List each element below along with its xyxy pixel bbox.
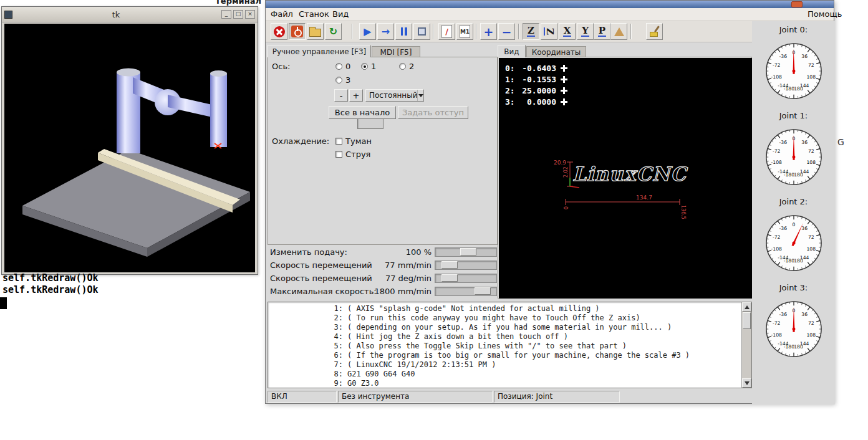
- jog-mode-select[interactable]: Постоянный: [365, 89, 424, 102]
- axis-radio-2-label[interactable]: 2: [409, 62, 414, 71]
- svg-text:180: 180: [794, 344, 803, 350]
- gcode-line[interactable]: 5:( Also press the Toggle Skip Lines wit…: [268, 342, 741, 351]
- gcode-line[interactable]: 9:G0 Z3.0: [268, 379, 741, 388]
- view-z-button[interactable]: Z: [523, 23, 539, 40]
- stop-button[interactable]: [413, 23, 430, 40]
- axis-radio-0-label[interactable]: 0: [345, 62, 350, 71]
- slider-label: Изменить подачу:: [270, 247, 347, 257]
- axis-radio-3-label[interactable]: 3: [345, 75, 350, 85]
- toolbar-separator: [630, 24, 632, 39]
- gcode-line-number: 8:: [268, 370, 343, 379]
- gcode-line[interactable]: 2:( To run this code anyway you might ha…: [268, 313, 741, 323]
- scroll-down-button[interactable]: [742, 378, 751, 388]
- pause-button[interactable]: [395, 23, 412, 40]
- flood-checkbox-label[interactable]: Струя: [345, 150, 370, 159]
- jog-minus-button[interactable]: -: [334, 89, 348, 102]
- slider-thumb[interactable]: [475, 287, 491, 295]
- tk-window-title: tk: [12, 10, 219, 19]
- touch-off-button[interactable]: Задать отступ: [398, 106, 468, 119]
- broom-icon: [649, 26, 661, 38]
- view-x-button[interactable]: X: [559, 23, 576, 40]
- svg-text:180: 180: [794, 258, 803, 264]
- slider-value: 77 deg/min: [361, 274, 432, 283]
- gcode-line-number: 2:: [268, 313, 343, 323]
- close-button[interactable]: ×: [245, 10, 255, 19]
- preview-panel: 0:-0.64031:-0.15532:25.00003:0.0000 Linu…: [498, 57, 752, 299]
- zoom-out-button[interactable]: −: [498, 23, 515, 40]
- menu-view[interactable]: Вид: [332, 9, 349, 19]
- tab-dro[interactable]: Координаты: [526, 46, 586, 57]
- dim-x-min: 0: [562, 206, 568, 209]
- gcode-line[interactable]: 6:( If the program is too big or small f…: [268, 351, 741, 360]
- svg-text:-108: -108: [771, 246, 782, 252]
- axis-radio-1-label[interactable]: 1: [371, 62, 376, 71]
- minimize-button[interactable]: _: [221, 10, 231, 19]
- gcode-line-text: ( If the program is too big or small for…: [347, 351, 690, 360]
- scrollbar-thumb[interactable]: [743, 312, 751, 329]
- vismach-3d-view[interactable]: [4, 24, 255, 272]
- menu-file[interactable]: Файл: [271, 9, 293, 19]
- mist-checkbox[interactable]: [335, 138, 342, 145]
- desktop: Терминал tk _ □ ×: [0, 0, 868, 440]
- scroll-up-button[interactable]: [742, 302, 751, 312]
- gcode-line[interactable]: 3:( depending on your setup. As if you h…: [268, 323, 741, 332]
- gcode-lines: 1:( AXIS "splash g-code" Not intended fo…: [268, 304, 741, 388]
- reload-button[interactable]: ↻: [325, 23, 342, 40]
- slider-thumb[interactable]: [441, 261, 458, 269]
- gcode-line[interactable]: 8:G21 G90 G64 G40: [268, 370, 741, 379]
- axis-label: Ось:: [272, 62, 290, 71]
- slider-row: Изменить подачу:100 %: [268, 246, 498, 259]
- tab-manual-control[interactable]: Ручное управление [F3]: [268, 45, 371, 57]
- open-file-button[interactable]: [307, 23, 324, 40]
- tab-mdi[interactable]: MDI [F5]: [372, 46, 420, 57]
- axis-radio-3[interactable]: [335, 77, 342, 84]
- axis-radio-1[interactable]: [361, 63, 368, 70]
- clear-plot-button[interactable]: [646, 23, 663, 40]
- gcode-line[interactable]: 4:( Hint jog the Z axis down a bit then …: [268, 332, 741, 342]
- mist-checkbox-label[interactable]: Туман: [345, 136, 372, 146]
- axis-radio-0[interactable]: [335, 63, 342, 70]
- gcode-line[interactable]: 1:( AXIS "splash g-code" Not intended fo…: [268, 304, 741, 313]
- slider[interactable]: [435, 247, 497, 257]
- gcode-line-number: 1:: [268, 304, 343, 313]
- run-button[interactable]: ▶: [359, 23, 376, 40]
- view-y-button[interactable]: Y: [577, 23, 594, 40]
- gcode-scrollbar[interactable]: [741, 302, 751, 388]
- view-z-rotated-button[interactable]: Z: [541, 23, 557, 40]
- zoom-out-icon: −: [502, 26, 512, 37]
- zoom-in-button[interactable]: +: [480, 23, 497, 40]
- close-button[interactable]: [791, 1, 803, 7]
- slider-thumb[interactable]: [441, 274, 458, 282]
- abort-button[interactable]: [271, 23, 287, 40]
- menu-machine[interactable]: Станок: [299, 9, 329, 19]
- machine-power-button[interactable]: [289, 23, 306, 40]
- tab-preview[interactable]: Вид: [498, 45, 526, 57]
- slider[interactable]: [435, 274, 497, 283]
- toggle-optional-pause-button[interactable]: M1: [456, 23, 473, 40]
- toggle-skip-lines-button[interactable]: /: [438, 23, 455, 40]
- view-perspective-button[interactable]: P: [594, 23, 610, 40]
- slider-thumb[interactable]: [460, 248, 476, 256]
- tk-titlebar[interactable]: tk _ □ ×: [2, 7, 258, 22]
- tk-window: tk _ □ ×: [1, 6, 258, 275]
- jog-plus-button[interactable]: +: [349, 89, 363, 102]
- open-folder-icon: [309, 29, 321, 37]
- slider[interactable]: [435, 287, 497, 296]
- home-all-button[interactable]: Все в начало: [329, 106, 396, 119]
- gcode-listing[interactable]: 1:( AXIS "splash g-code" Not intended fo…: [268, 302, 752, 388]
- axis-titlebar[interactable]: [266, 1, 834, 8]
- slider[interactable]: [435, 261, 497, 270]
- run-from-line-button[interactable]: →: [377, 23, 394, 40]
- backplot-view[interactable]: 0:-0.64031:-0.15532:25.00003:0.0000 Linu…: [499, 58, 752, 299]
- dropdown-indicator: [417, 90, 423, 101]
- maximize-button[interactable]: □: [233, 10, 243, 19]
- flood-checkbox[interactable]: [335, 151, 342, 158]
- rotate-view-button[interactable]: [610, 23, 627, 40]
- view-y-icon: Y: [581, 26, 589, 37]
- gcode-line-text: G21 G90 G64 G40: [347, 370, 415, 379]
- gcode-line[interactable]: 7:( LinuxCNC 19/1/2012 2:13:51 PM ): [268, 360, 741, 370]
- status-machine-state: ВКЛ: [268, 391, 337, 403]
- svg-text:-144: -144: [778, 169, 789, 175]
- axis-radio-2[interactable]: [399, 63, 406, 70]
- menu-help[interactable]: Помощь: [808, 9, 842, 19]
